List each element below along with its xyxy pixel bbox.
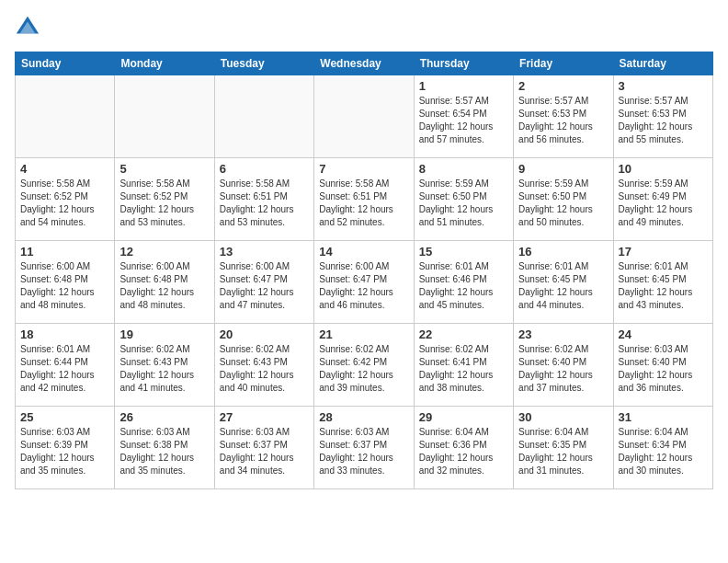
- day-number: 4: [20, 162, 109, 176]
- day-number: 12: [119, 245, 209, 259]
- day-info: Sunrise: 6:01 AM Sunset: 6:45 PM Dayligh…: [518, 260, 608, 312]
- calendar-cell: 7Sunrise: 5:58 AM Sunset: 6:51 PM Daylig…: [314, 158, 414, 241]
- calendar-cell: 19Sunrise: 6:02 AM Sunset: 6:43 PM Dayli…: [115, 324, 214, 407]
- day-number: 21: [319, 327, 408, 341]
- day-number: 30: [518, 410, 608, 424]
- day-number: 16: [518, 245, 608, 259]
- day-info: Sunrise: 6:02 AM Sunset: 6:41 PM Dayligh…: [419, 343, 508, 395]
- calendar-cell: [314, 75, 414, 158]
- day-number: 14: [319, 245, 408, 259]
- calendar-table: SundayMondayTuesdayWednesdayThursdayFrid…: [15, 52, 713, 489]
- calendar-week-row: 25Sunrise: 6:03 AM Sunset: 6:39 PM Dayli…: [16, 407, 713, 489]
- day-number: 6: [220, 162, 309, 176]
- calendar-cell: [115, 75, 214, 158]
- day-number: 17: [619, 245, 708, 259]
- calendar-cell: 5Sunrise: 5:58 AM Sunset: 6:52 PM Daylig…: [115, 158, 214, 241]
- calendar-cell: 31Sunrise: 6:04 AM Sunset: 6:34 PM Dayli…: [613, 407, 712, 489]
- day-number: 8: [419, 162, 508, 176]
- calendar-cell: 13Sunrise: 6:00 AM Sunset: 6:47 PM Dayli…: [214, 241, 313, 324]
- calendar-cell: 24Sunrise: 6:03 AM Sunset: 6:40 PM Dayli…: [613, 324, 712, 407]
- calendar-day-header: Saturday: [613, 52, 712, 75]
- day-info: Sunrise: 6:00 AM Sunset: 6:47 PM Dayligh…: [319, 260, 408, 312]
- day-info: Sunrise: 6:04 AM Sunset: 6:34 PM Dayligh…: [619, 426, 708, 477]
- calendar-body: 1Sunrise: 5:57 AM Sunset: 6:54 PM Daylig…: [16, 75, 713, 489]
- day-info: Sunrise: 6:03 AM Sunset: 6:37 PM Dayligh…: [220, 426, 309, 477]
- day-info: Sunrise: 6:04 AM Sunset: 6:35 PM Dayligh…: [518, 426, 608, 477]
- calendar-cell: 10Sunrise: 5:59 AM Sunset: 6:49 PM Dayli…: [613, 158, 712, 241]
- day-info: Sunrise: 6:00 AM Sunset: 6:48 PM Dayligh…: [119, 260, 209, 312]
- day-info: Sunrise: 6:02 AM Sunset: 6:43 PM Dayligh…: [220, 343, 309, 395]
- day-number: 23: [518, 327, 608, 341]
- day-number: 3: [619, 79, 708, 93]
- day-number: 13: [220, 245, 309, 259]
- calendar-cell: 8Sunrise: 5:59 AM Sunset: 6:50 PM Daylig…: [414, 158, 513, 241]
- calendar-day-header: Sunday: [16, 52, 115, 75]
- logo-icon: [15, 15, 40, 40]
- day-info: Sunrise: 6:01 AM Sunset: 6:46 PM Dayligh…: [419, 260, 508, 312]
- day-info: Sunrise: 6:02 AM Sunset: 6:43 PM Dayligh…: [119, 343, 209, 395]
- day-info: Sunrise: 5:59 AM Sunset: 6:50 PM Dayligh…: [419, 178, 508, 229]
- calendar-cell: 22Sunrise: 6:02 AM Sunset: 6:41 PM Dayli…: [414, 324, 513, 407]
- calendar-cell: 3Sunrise: 5:57 AM Sunset: 6:53 PM Daylig…: [613, 75, 712, 158]
- day-info: Sunrise: 6:00 AM Sunset: 6:47 PM Dayligh…: [220, 260, 309, 312]
- page-header: [15, 15, 713, 40]
- calendar-cell: 4Sunrise: 5:58 AM Sunset: 6:52 PM Daylig…: [16, 158, 115, 241]
- day-number: 2: [518, 79, 608, 93]
- calendar-cell: 29Sunrise: 6:04 AM Sunset: 6:36 PM Dayli…: [414, 407, 513, 489]
- day-info: Sunrise: 6:01 AM Sunset: 6:45 PM Dayligh…: [619, 260, 708, 312]
- day-number: 19: [119, 327, 209, 341]
- calendar-day-header: Thursday: [414, 52, 513, 75]
- day-number: 25: [20, 410, 109, 424]
- day-info: Sunrise: 6:04 AM Sunset: 6:36 PM Dayligh…: [419, 426, 508, 477]
- calendar-cell: 9Sunrise: 5:59 AM Sunset: 6:50 PM Daylig…: [514, 158, 613, 241]
- day-number: 9: [518, 162, 608, 176]
- calendar-cell: 16Sunrise: 6:01 AM Sunset: 6:45 PM Dayli…: [514, 241, 613, 324]
- calendar-cell: 23Sunrise: 6:02 AM Sunset: 6:40 PM Dayli…: [514, 324, 613, 407]
- calendar-day-header: Monday: [115, 52, 214, 75]
- day-info: Sunrise: 5:59 AM Sunset: 6:49 PM Dayligh…: [619, 178, 708, 229]
- calendar-cell: 27Sunrise: 6:03 AM Sunset: 6:37 PM Dayli…: [214, 407, 313, 489]
- day-number: 28: [319, 410, 408, 424]
- day-number: 1: [419, 79, 508, 93]
- calendar-cell: 15Sunrise: 6:01 AM Sunset: 6:46 PM Dayli…: [414, 241, 513, 324]
- calendar-cell: 17Sunrise: 6:01 AM Sunset: 6:45 PM Dayli…: [613, 241, 712, 324]
- calendar-cell: 18Sunrise: 6:01 AM Sunset: 6:44 PM Dayli…: [16, 324, 115, 407]
- day-number: 7: [319, 162, 408, 176]
- calendar-week-row: 4Sunrise: 5:58 AM Sunset: 6:52 PM Daylig…: [16, 158, 713, 241]
- day-number: 5: [119, 162, 209, 176]
- day-number: 26: [119, 410, 209, 424]
- day-number: 29: [419, 410, 508, 424]
- calendar-week-row: 18Sunrise: 6:01 AM Sunset: 6:44 PM Dayli…: [16, 324, 713, 407]
- calendar-cell: [214, 75, 313, 158]
- calendar-week-row: 1Sunrise: 5:57 AM Sunset: 6:54 PM Daylig…: [16, 75, 713, 158]
- day-info: Sunrise: 6:03 AM Sunset: 6:37 PM Dayligh…: [319, 426, 408, 477]
- day-number: 11: [20, 245, 109, 259]
- day-info: Sunrise: 6:03 AM Sunset: 6:40 PM Dayligh…: [619, 343, 708, 395]
- calendar-cell: 28Sunrise: 6:03 AM Sunset: 6:37 PM Dayli…: [314, 407, 414, 489]
- calendar-cell: 14Sunrise: 6:00 AM Sunset: 6:47 PM Dayli…: [314, 241, 414, 324]
- calendar-cell: 20Sunrise: 6:02 AM Sunset: 6:43 PM Dayli…: [214, 324, 313, 407]
- calendar-cell: 12Sunrise: 6:00 AM Sunset: 6:48 PM Dayli…: [115, 241, 214, 324]
- day-number: 24: [619, 327, 708, 341]
- day-number: 27: [220, 410, 309, 424]
- day-info: Sunrise: 6:03 AM Sunset: 6:39 PM Dayligh…: [20, 426, 109, 477]
- calendar-day-header: Friday: [514, 52, 613, 75]
- day-number: 22: [419, 327, 508, 341]
- day-number: 15: [419, 245, 508, 259]
- day-info: Sunrise: 5:57 AM Sunset: 6:53 PM Dayligh…: [518, 95, 608, 146]
- day-number: 18: [20, 327, 109, 341]
- calendar-cell: 2Sunrise: 5:57 AM Sunset: 6:53 PM Daylig…: [514, 75, 613, 158]
- calendar-week-row: 11Sunrise: 6:00 AM Sunset: 6:48 PM Dayli…: [16, 241, 713, 324]
- day-info: Sunrise: 6:01 AM Sunset: 6:44 PM Dayligh…: [20, 343, 109, 395]
- calendar-day-header: Tuesday: [214, 52, 313, 75]
- day-info: Sunrise: 5:58 AM Sunset: 6:52 PM Dayligh…: [20, 178, 109, 229]
- day-info: Sunrise: 5:58 AM Sunset: 6:52 PM Dayligh…: [119, 178, 209, 229]
- day-info: Sunrise: 6:03 AM Sunset: 6:38 PM Dayligh…: [119, 426, 209, 477]
- calendar-cell: 26Sunrise: 6:03 AM Sunset: 6:38 PM Dayli…: [115, 407, 214, 489]
- day-info: Sunrise: 5:58 AM Sunset: 6:51 PM Dayligh…: [220, 178, 309, 229]
- calendar-day-header: Wednesday: [314, 52, 414, 75]
- calendar-cell: [16, 75, 115, 158]
- day-number: 31: [619, 410, 708, 424]
- day-info: Sunrise: 5:59 AM Sunset: 6:50 PM Dayligh…: [518, 178, 608, 229]
- calendar-cell: 30Sunrise: 6:04 AM Sunset: 6:35 PM Dayli…: [514, 407, 613, 489]
